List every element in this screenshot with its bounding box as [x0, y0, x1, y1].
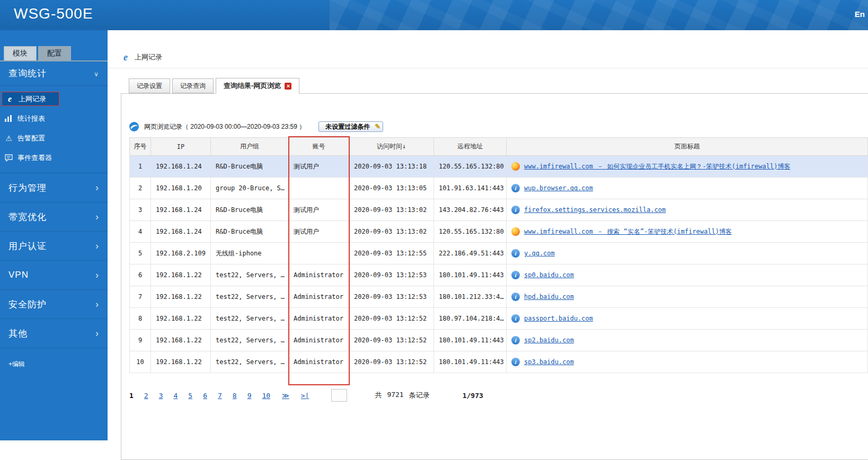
cell-account: 测试用户 [289, 156, 349, 178]
cell-remote: 143.204.82.76:443 [434, 199, 507, 221]
table-row[interactable]: 4192.168.1.24R&D-Bruce电脑测试用户2020-09-03 1… [130, 221, 868, 243]
cell-account: 测试用户 [289, 221, 349, 243]
close-icon[interactable] [285, 83, 291, 90]
page-title-link[interactable]: www.imfirewall.com － 如何实现企业员工手机实名上网？-笨驴技… [524, 162, 790, 171]
page-title-link[interactable]: sp2.baidu.com [524, 337, 574, 344]
chevron-down-icon [94, 69, 99, 78]
column-header[interactable]: IP [151, 138, 211, 156]
pagination-page-link[interactable]: 3 [159, 392, 163, 400]
cell-title: sp2.baidu.com [507, 330, 868, 351]
table-row[interactable]: 10192.168.1.22test22, Servers, R&D…Admin… [130, 351, 868, 373]
sidebar-section-security[interactable]: 安全防护 [0, 290, 108, 319]
page-title-link[interactable]: www.imfirewall.com － 搜索 “实名”-笨驴技术(imfire… [524, 227, 732, 236]
page-title-link[interactable]: firefox.settings.services.mozilla.com [524, 206, 666, 214]
page-title-link[interactable]: passport.baidu.com [524, 315, 593, 322]
sidebar-section-behavior[interactable]: 行为管理 [0, 173, 108, 202]
table-row[interactable]: 1192.168.1.24R&D-Bruce电脑测试用户2020-09-03 1… [130, 156, 868, 178]
report-icon [4, 114, 13, 123]
chevron-right-icon [95, 211, 99, 223]
page-title-link[interactable]: hpd.baidu.com [524, 293, 574, 300]
cell-ip: 192.168.2.109 [151, 243, 211, 264]
sidebar-item-stats-report[interactable]: 统计报表 [0, 109, 108, 128]
results-panel: 网页浏览记录（ 2020-09-03 00:00—2020-09-03 23:5… [121, 93, 868, 460]
sidebar-item-alarm-config[interactable]: 告警配置 [0, 128, 108, 148]
cell-no: 6 [130, 264, 151, 286]
pagination-page-link[interactable]: 6 [203, 392, 207, 400]
cell-title: www.imfirewall.com － 如何实现企业员工手机实名上网？-笨驴技… [507, 156, 868, 178]
column-header[interactable]: 远程地址 [434, 138, 507, 156]
pagination-page-link[interactable]: 9 [247, 392, 252, 400]
page-title-link[interactable]: sp3.baidu.com [524, 358, 574, 366]
sidebar: 模块 配置 查询统计 上网记录 统计报表 告警配置 [0, 30, 108, 440]
sidebar-edit-link[interactable]: +编辑 [0, 352, 108, 376]
pagination-page-link[interactable]: 2 [144, 392, 148, 400]
cell-no: 4 [130, 221, 151, 243]
column-header[interactable]: 账号 [289, 138, 349, 156]
pagination-page-link[interactable]: 5 [188, 392, 192, 400]
sidebar-item-event-viewer[interactable]: 事件查看器 [0, 148, 108, 167]
sidebar-tab-config[interactable]: 配置 [38, 46, 71, 60]
item-label: 统计报表 [17, 114, 45, 123]
cell-account: Administrator [289, 308, 349, 330]
page-title-link[interactable]: sp0.baidu.com [524, 271, 574, 279]
page-title-link[interactable]: y.qq.com [524, 250, 555, 257]
cell-title: firefox.settings.services.mozilla.com [507, 199, 868, 221]
cell-group: R&D-Bruce电脑 [211, 156, 289, 178]
sidebar-section-bandwidth[interactable]: 带宽优化 [0, 202, 108, 232]
cell-group: test22, Servers, R&D… [211, 330, 289, 351]
table-row[interactable]: 8192.168.1.22test22, Servers, R&D…Admini… [130, 308, 868, 330]
table-row[interactable]: 5192.168.2.109无线组-iphone2020-09-03 13:12… [130, 243, 868, 264]
table-row[interactable]: 7192.168.1.22test22, Servers, R&D…Admini… [130, 286, 868, 308]
tab-record-query[interactable]: 记录查询 [172, 78, 214, 93]
sidebar-item-internet-records[interactable]: 上网记录 [2, 92, 59, 106]
divider [108, 68, 868, 68]
table-row[interactable]: 2192.168.1.20group 20-Bruce, Ser…2020-09… [130, 178, 868, 199]
tab-query-results[interactable]: 查询结果-网页浏览 [216, 78, 299, 94]
cell-time: 2020-09-03 13:12:52 [349, 330, 434, 351]
table-row[interactable]: 3192.168.1.24R&D-Bruce电脑测试用户2020-09-03 1… [130, 199, 868, 221]
pagination-next[interactable]: ≫ [282, 392, 289, 400]
cell-title: hpd.baidu.com [507, 286, 868, 308]
pagination-last[interactable]: >| [301, 392, 309, 400]
info-icon [511, 293, 520, 301]
table-row[interactable]: 6192.168.1.22test22, Servers, R&D…Admini… [130, 264, 868, 286]
pagination-page-link[interactable]: 7 [218, 392, 222, 400]
tab-record-settings[interactable]: 记录设置 [129, 78, 170, 93]
info-icon [511, 184, 520, 192]
page-jump-input[interactable] [331, 389, 347, 402]
cell-time: 2020-09-03 13:12:52 [349, 351, 434, 373]
cell-time: 2020-09-03 13:13:05 [349, 178, 434, 199]
app-window: WSG-500E En 模块 配置 查询统计 上网记录 统计报表 [0, 0, 868, 460]
browse-records-icon [129, 121, 139, 132]
column-header[interactable]: 访问时间↓ [349, 138, 434, 156]
cell-time: 2020-09-03 13:12:55 [349, 243, 434, 264]
filter-button[interactable]: 未设置过滤条件 [318, 121, 383, 132]
sidebar-section-user-auth[interactable]: 用户认证 [0, 232, 108, 261]
page-title-link[interactable]: wup.browser.qq.com [524, 184, 593, 192]
cell-no: 7 [130, 286, 151, 308]
cell-group: test22, Servers, R&D… [211, 264, 289, 286]
cell-title: www.imfirewall.com － 搜索 “实名”-笨驴技术(imfire… [507, 221, 868, 243]
cell-remote: 120.55.165.132:80 [434, 221, 507, 243]
sidebar-tab-modules[interactable]: 模块 [4, 46, 37, 60]
info-icon [511, 249, 520, 258]
info-icon [511, 336, 520, 344]
pagination-page-link[interactable]: 4 [173, 392, 178, 400]
total-prefix: 共 [375, 391, 382, 400]
cell-no: 10 [130, 351, 151, 373]
sidebar-section-query-stats[interactable]: 查询统计 [0, 61, 108, 86]
pencil-icon [375, 122, 380, 130]
table-row[interactable]: 9192.168.1.22test22, Servers, R&D…Admini… [130, 330, 868, 351]
section-label: 查询统计 [8, 67, 47, 79]
language-switch[interactable]: En [855, 10, 865, 19]
cell-time: 2020-09-03 13:13:02 [349, 221, 434, 243]
column-header[interactable]: 页面标题 [507, 138, 868, 156]
pagination-page-link[interactable]: 8 [233, 392, 237, 400]
cell-ip: 192.168.1.24 [151, 221, 211, 243]
sidebar-section-others[interactable]: 其他 [0, 319, 108, 348]
pagination-page-link[interactable]: 10 [262, 392, 270, 400]
column-header[interactable]: 序号 [130, 138, 151, 156]
cell-group: R&D-Bruce电脑 [211, 199, 289, 221]
column-header[interactable]: 用户组 [211, 138, 289, 156]
sidebar-section-vpn[interactable]: VPN [0, 261, 108, 290]
